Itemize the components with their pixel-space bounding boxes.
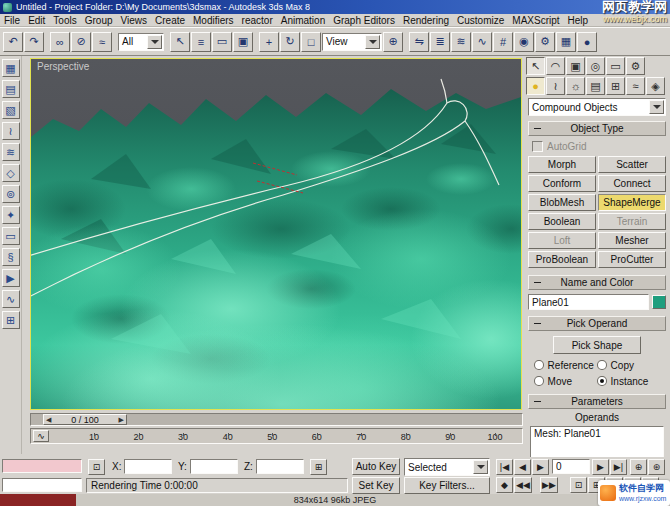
perspective-viewport[interactable]: Perspective [30,58,522,410]
menu-file[interactable]: File [0,15,24,26]
zoom-extents-icon[interactable]: ⊡ [570,477,587,493]
next-frame-icon[interactable]: ▶ [592,459,609,475]
cameras-icon[interactable]: ▤ [586,77,605,95]
render-scene-icon[interactable]: ⚙ [535,32,555,52]
go-to-start-icon[interactable]: |◀ [496,459,513,475]
shapemerge-button[interactable]: ShapeMerge [598,194,666,211]
geometry-icon[interactable]: ● [526,77,545,95]
material-editor-icon[interactable]: ◉ [514,32,534,52]
utilities-tab-icon[interactable]: ⚙ [626,57,645,75]
blobmesh-button[interactable]: BlobMesh [528,194,596,211]
time-slider-handle[interactable]: ◀ 0 / 100 ▶ [43,414,127,425]
y-coordinate-field[interactable] [190,459,238,474]
x-coordinate-field[interactable] [124,459,172,474]
schematic-view-icon[interactable]: # [493,32,513,52]
connect-button[interactable]: Connect [598,175,666,192]
helpers-icon[interactable]: ⊞ [606,77,625,95]
set-key-button[interactable]: Set Key [352,477,400,494]
move-radio[interactable] [534,376,544,386]
soft-body-icon[interactable]: ▧ [2,101,20,119]
track-bar[interactable]: ∿ 10 20 30 40 50 60 70 80 90 100 [30,428,523,444]
morph-button[interactable]: Morph [528,156,596,173]
grid-snap-icon[interactable]: ⊞ [310,459,327,475]
operand-item[interactable]: Mesh: Plane01 [531,427,663,440]
rollout-name-color[interactable]: Name and Color [528,275,666,290]
use-pivot-icon[interactable]: ⊕ [383,32,403,52]
space-warps-icon[interactable]: ≈ [626,77,645,95]
menu-reactor[interactable]: reactor [238,15,277,26]
display-tab-icon[interactable]: ▭ [606,57,625,75]
selection-lock-icon[interactable]: ⊡ [88,459,105,475]
curve-editor-icon[interactable]: ∿ [472,32,492,52]
selected-filter-dropdown[interactable]: Selected [404,458,490,476]
auto-key-button[interactable]: Auto Key [352,458,400,475]
boolean-button[interactable]: Boolean [528,213,596,230]
systems-icon[interactable]: ◈ [646,77,665,95]
previous-key-icon[interactable]: ◀◀ [514,477,532,493]
title-bar[interactable]: Untitled - Project Folder: D:\My Documen… [0,0,670,14]
fracture-icon[interactable]: ✦ [2,206,20,224]
next-key-icon[interactable]: ▶▶ [540,477,558,493]
viewport-label[interactable]: Perspective [37,61,89,72]
menu-rendering[interactable]: Rendering [399,15,453,26]
object-color-swatch[interactable] [652,295,666,309]
zoom-icon[interactable]: ⊕ [630,459,647,475]
constraint-icon[interactable]: ◇ [2,164,20,182]
frame-back-icon[interactable]: ◀ [46,416,51,424]
mini-curve-editor-icon[interactable]: ∿ [33,430,49,442]
time-slider[interactable]: ◀ 0 / 100 ▶ [30,413,523,426]
rope-icon[interactable]: ≀ [2,122,20,140]
menu-graph-editors[interactable]: Graph Editors [329,15,399,26]
rigid-body-icon[interactable]: ▦ [2,59,20,77]
instance-radio[interactable] [597,376,607,386]
preview-icon[interactable]: ▶ [2,269,20,287]
rect-selection-icon[interactable]: ▭ [212,32,232,52]
lights-icon[interactable]: ☼ [566,77,585,95]
select-move-icon[interactable]: + [259,32,279,52]
bind-spacewarp-icon[interactable]: ≈ [92,32,112,52]
menu-animation[interactable]: Animation [277,15,329,26]
menu-help[interactable]: Help [564,15,593,26]
select-by-name-icon[interactable]: ≡ [191,32,211,52]
z-coordinate-field[interactable] [256,459,304,474]
select-rotate-icon[interactable]: ↻ [280,32,300,52]
select-link-icon[interactable]: ∞ [50,32,70,52]
current-frame-field[interactable]: 0 [552,459,590,474]
menu-customize[interactable]: Customize [453,15,508,26]
previous-frame-icon[interactable]: ◀ [514,459,531,475]
analyze-icon[interactable]: ⊞ [2,311,20,329]
align-icon[interactable]: ≣ [430,32,450,52]
modify-tab-icon[interactable]: ◠ [546,57,565,75]
scatter-button[interactable]: Scatter [598,156,666,173]
rollout-parameters[interactable]: Parameters [528,394,666,409]
spring-icon[interactable]: § [2,248,20,266]
autogrid-checkbox[interactable] [532,141,543,152]
geometry-category-dropdown[interactable]: Compound Objects [528,98,666,116]
undo-icon[interactable]: ↶ [3,32,23,52]
rollout-pick-operand[interactable]: Pick Operand [528,316,666,331]
selection-filter-dropdown[interactable]: All [118,33,164,51]
menu-edit[interactable]: Edit [24,15,49,26]
go-to-end-icon[interactable]: ▶| [610,459,627,475]
quick-render-icon[interactable]: ● [577,32,597,52]
render-type-icon[interactable]: ▦ [556,32,576,52]
key-mode-icon[interactable]: ◆ [496,477,513,493]
menu-tools[interactable]: Tools [49,15,80,26]
menu-views[interactable]: Views [117,15,152,26]
mirror-icon[interactable]: ⇋ [409,32,429,52]
wind-icon[interactable]: ∿ [2,290,20,308]
procutter-button[interactable]: ProCutter [598,251,666,268]
object-name-field[interactable]: Plane01 [528,294,649,310]
play-icon[interactable]: ▶ [532,459,549,475]
conform-button[interactable]: Conform [528,175,596,192]
copy-radio[interactable] [597,360,607,370]
motor-icon[interactable]: ⊚ [2,185,20,203]
rollout-object-type[interactable]: Object Type [528,121,666,136]
hierarchy-tab-icon[interactable]: ▣ [566,57,585,75]
key-filters-button[interactable]: Key Filters... [404,477,490,494]
motion-tab-icon[interactable]: ◎ [586,57,605,75]
crossing-selection-icon[interactable]: ▣ [233,32,253,52]
proboolean-button[interactable]: ProBoolean [528,251,596,268]
menu-maxscript[interactable]: MAXScript [508,15,563,26]
menu-group[interactable]: Group [81,15,117,26]
